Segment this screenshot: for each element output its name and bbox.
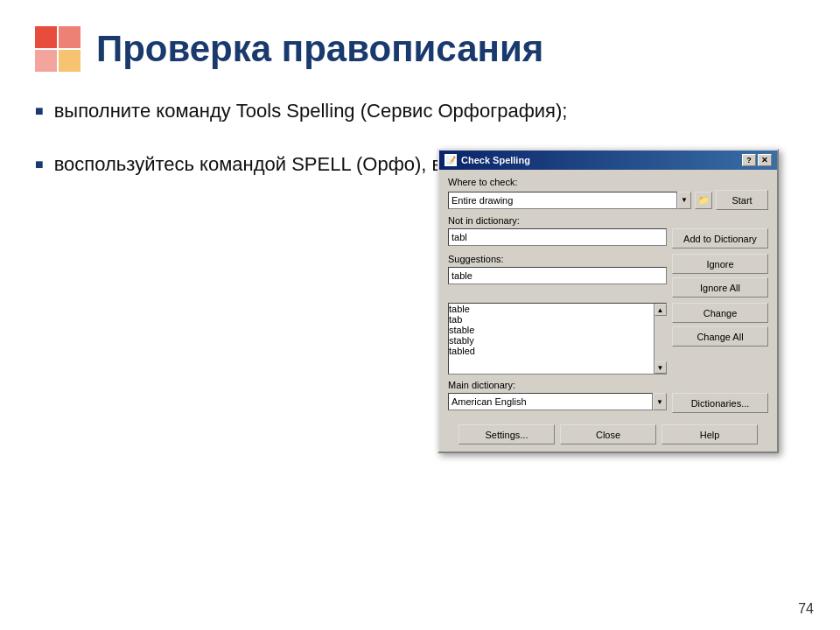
main-dictionary-select-wrapper: ▼ (448, 393, 667, 410)
suggestions-right: Ignore Ignore All (672, 254, 768, 298)
suggestions-left: Suggestions: (448, 254, 667, 298)
slide: Проверка правописания выполните команду … (0, 0, 840, 630)
not-in-dictionary-right: Add to Dictionary (672, 228, 768, 248)
where-to-check-dropdown-arrow[interactable]: ▼ (677, 192, 691, 209)
dialog-title-text: Check Spelling (461, 155, 530, 165)
help-titlebar-button[interactable]: ? (742, 154, 756, 166)
title-area: Проверка правописания (0, 0, 840, 89)
page-number: 74 (798, 601, 814, 617)
ignore-button[interactable]: Ignore (672, 254, 768, 274)
scroll-down-arrow[interactable]: ▼ (654, 361, 667, 374)
add-to-dictionary-button[interactable]: Add to Dictionary (672, 228, 768, 248)
suggestions-list-section: table tab stable stably tabled ▲ ▼ (448, 303, 768, 374)
suggestions-listbox-wrapper: table tab stable stably tabled ▲ ▼ (448, 303, 667, 374)
scroll-up-arrow[interactable]: ▲ (654, 304, 667, 316)
list-item[interactable]: table (449, 304, 654, 314)
dialog-app-icon: 📝 (444, 154, 457, 166)
close-button[interactable]: Close (560, 424, 656, 444)
change-button[interactable]: Change (672, 303, 768, 323)
list-item[interactable]: tab (449, 314, 654, 325)
dialog-title-left: 📝 Check Spelling (444, 154, 530, 166)
main-dictionary-right: Dictionaries... (672, 393, 768, 416)
main-dictionary-label: Main dictionary: (448, 380, 768, 390)
listbox-scrollbar[interactable]: ▲ ▼ (654, 304, 666, 374)
suggestions-list-right: Change Change All (672, 303, 768, 374)
dialog-window: 📝 Check Spelling ? ✕ Where to check: ▼ (438, 149, 779, 453)
suggestions-listbox[interactable]: table tab stable stably tabled (449, 304, 654, 374)
list-item[interactable]: stably (449, 335, 654, 346)
title-icon (35, 26, 80, 72)
change-all-button[interactable]: Change All (672, 326, 768, 346)
check-spelling-dialog: 📝 Check Spelling ? ✕ Where to check: ▼ (438, 149, 779, 453)
where-to-check-select-wrapper: ▼ (448, 192, 691, 209)
main-dictionary-dropdown-arrow[interactable]: ▼ (653, 393, 667, 410)
suggestions-input[interactable] (448, 267, 667, 284)
main-dictionary-row: ▼ Dictionaries... (448, 393, 768, 416)
main-dictionary-left: ▼ (448, 393, 667, 416)
main-dictionary-input[interactable] (448, 393, 653, 410)
dialog-bottom-row: Settings... Close Help (448, 421, 768, 444)
list-item: выполните команду Tools Spelling (Сервис… (35, 98, 805, 125)
page-title: Проверка правописания (96, 28, 543, 70)
where-to-check-input[interactable] (448, 192, 677, 209)
settings-button[interactable]: Settings... (458, 424, 555, 444)
not-in-dictionary-label: Not in dictionary: (448, 215, 768, 226)
close-titlebar-button[interactable]: ✕ (758, 154, 772, 166)
not-in-dictionary-left (448, 228, 667, 248)
suggestions-section: Suggestions: Ignore Ignore All (448, 254, 768, 298)
help-button[interactable]: Help (662, 424, 758, 444)
start-button[interactable]: Start (716, 190, 768, 210)
dialog-body: Where to check: ▼ 📁 Start Not in diction… (439, 170, 777, 452)
ignore-all-button[interactable]: Ignore All (672, 277, 768, 298)
where-to-check-row: ▼ 📁 Start (448, 190, 768, 210)
suggestions-list-left: table tab stable stably tabled ▲ ▼ (448, 303, 667, 374)
list-item[interactable]: tabled (449, 346, 654, 356)
list-item[interactable]: stable (449, 325, 654, 335)
dialog-titlebar: 📝 Check Spelling ? ✕ (439, 150, 777, 170)
where-to-check-browse-button[interactable]: 📁 (695, 192, 712, 209)
where-to-check-label: Where to check: (448, 177, 768, 187)
dialog-controls[interactable]: ? ✕ (742, 154, 772, 166)
suggestions-label: Suggestions: (448, 254, 667, 264)
not-in-dictionary-input[interactable] (448, 228, 667, 246)
not-in-dictionary-row: Add to Dictionary (448, 228, 768, 248)
dictionaries-button[interactable]: Dictionaries... (672, 393, 768, 413)
